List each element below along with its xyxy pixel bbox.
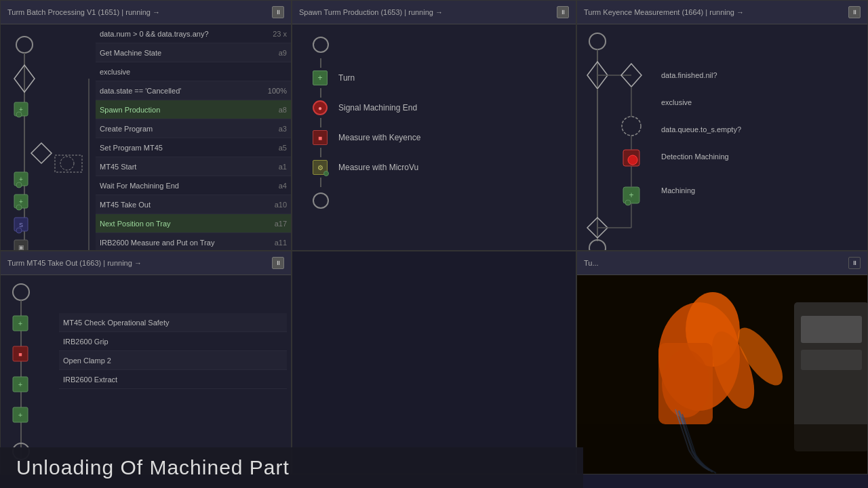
svg-point-52 xyxy=(589,240,606,251)
bottom-title: Unloading Of Machined Part xyxy=(16,456,290,479)
empty-panel xyxy=(292,251,576,474)
condition-row: data.num > 0 && data.trays.any? 23 x xyxy=(96,24,291,43)
spawn-header: Spawn Turm Production (1653) | running →… xyxy=(292,1,576,24)
keyence-condition3: data.queue.to_s.empty? xyxy=(661,125,865,134)
svg-point-11 xyxy=(16,112,22,117)
spawn-flow-content: + Turn ● Signal Machining End ■ Measure … xyxy=(292,24,576,251)
keyence-step1: Detection Machining xyxy=(661,152,865,161)
step-row: IRB2600 Grip xyxy=(59,332,287,351)
step-row: MT45 Check Operational Safety xyxy=(59,313,287,332)
keyence-content: + data.finished.nil? exclusive xyxy=(577,24,867,251)
next-position-tray-row: Next Position on Tray a17 xyxy=(96,214,291,233)
robot-title: Tu... xyxy=(584,259,599,267)
batch-processing-panel: Turm Batch Processing V1 (1651) | runnin… xyxy=(0,0,292,251)
turn-label: Turn xyxy=(338,73,355,83)
svg-rect-6 xyxy=(55,155,82,172)
svg-text:■: ■ xyxy=(18,351,22,358)
spawn-pause-button[interactable]: ⏸ xyxy=(557,6,569,18)
step-row: IRB2600 Extract xyxy=(59,370,287,389)
svg-text:+: + xyxy=(19,176,23,183)
step-row: Get Machine State a9 xyxy=(96,43,291,62)
svg-rect-75 xyxy=(801,350,862,370)
mt45-panel: Turm MT45 Take Out (1663) | running → ⏸ … xyxy=(0,251,292,474)
mt45-title: Turm MT45 Take Out (1663) | running → xyxy=(7,259,142,267)
step-row: data.state == 'Cancelled' 100% xyxy=(96,81,291,100)
svg-text:S: S xyxy=(19,222,23,228)
bottom-bar: Unloading Of Machined Part xyxy=(0,447,583,488)
keyence-steps: data.finished.nil? exclusive data.queue.… xyxy=(658,24,867,251)
step-row: MT45 Take Out a10 xyxy=(96,195,291,214)
batch-processing-header: Turm Batch Processing V1 (1651) | runnin… xyxy=(1,1,291,24)
batch-title: Turm Batch Processing V1 (1651) | runnin… xyxy=(7,8,160,16)
robot-header: Tu... ⏸ xyxy=(577,251,867,275)
batch-pause-button[interactable]: ⏸ xyxy=(272,6,284,18)
svg-text:+: + xyxy=(629,190,633,200)
spawn-turm-panel: Spawn Turm Production (1653) | running →… xyxy=(292,0,576,251)
end-circle xyxy=(313,192,329,209)
keyence-node: ■ xyxy=(313,130,328,145)
robot-arm-svg xyxy=(577,275,867,474)
step-row: Set Program MT45 a5 xyxy=(96,138,291,157)
spawn-title: Spawn Turm Production (1653) | running → xyxy=(299,8,443,16)
svg-point-18 xyxy=(16,205,22,210)
keyence-step2: Machining xyxy=(661,186,865,195)
svg-text:+: + xyxy=(18,380,22,388)
spawn-production-row: Spawn Production a8 xyxy=(96,100,291,119)
svg-rect-74 xyxy=(801,316,862,343)
mt45-header: Turm MT45 Take Out (1663) | running → ⏸ xyxy=(1,251,291,275)
start-circle xyxy=(313,37,329,53)
batch-flow-diagram: + + + S xyxy=(1,24,96,251)
step-row: Wait For Machining End a4 xyxy=(96,176,291,195)
mt45-pause-button[interactable]: ⏸ xyxy=(272,257,284,269)
robot-image xyxy=(577,275,867,474)
svg-rect-70 xyxy=(658,343,713,424)
mt45-content: + ■ + + MT45 Check Operational Safety xyxy=(1,275,291,474)
svg-point-0 xyxy=(16,37,33,53)
robot-panel: Tu... ⏸ xyxy=(576,251,868,474)
keyence-condition2: exclusive xyxy=(661,98,865,106)
microvu-node: ⚙ xyxy=(313,160,328,175)
signal-machining-label: Signal Machining End xyxy=(338,103,417,113)
condition-count: 23 x xyxy=(267,30,287,38)
signal-machining-node: ● xyxy=(313,100,328,115)
svg-point-55 xyxy=(13,284,29,300)
step-row: Open Clamp 2 xyxy=(59,351,287,370)
keyence-title: Turm Keyence Measurement (1664) | runnin… xyxy=(584,8,744,16)
batch-flow-svg: + + + S xyxy=(1,24,96,251)
svg-rect-76 xyxy=(577,424,867,474)
svg-point-42 xyxy=(622,117,641,136)
turn-node: + xyxy=(313,70,328,85)
batch-step-list: data.num > 0 && data.trays.any? 23 x Get… xyxy=(96,24,291,251)
svg-text:▣: ▣ xyxy=(18,244,24,251)
svg-text:+: + xyxy=(18,411,22,419)
keyence-header: Turm Keyence Measurement (1664) | runnin… xyxy=(577,1,867,24)
robot-pause-button[interactable]: ⏸ xyxy=(848,257,861,269)
svg-text:+: + xyxy=(19,198,23,205)
mt45-step-list: MT45 Check Operational Safety IRB2600 Gr… xyxy=(55,275,291,474)
svg-point-36 xyxy=(589,33,606,49)
svg-point-12 xyxy=(60,157,74,170)
svg-point-15 xyxy=(16,182,22,188)
microvu-label: Measure with MicroVu xyxy=(338,163,418,172)
step-row: MT45 Start a1 xyxy=(96,157,291,176)
svg-point-21 xyxy=(16,228,22,233)
mt45-svg: + ■ + + xyxy=(1,275,55,465)
step-row: IRB2600 Measure and Put on Tray a11 xyxy=(96,233,291,251)
svg-point-45 xyxy=(628,155,637,165)
keyence-panel: Turm Keyence Measurement (1664) | runnin… xyxy=(576,0,868,251)
svg-text:+: + xyxy=(18,319,22,327)
step-row: exclusive xyxy=(96,62,291,81)
keyence-pause-button[interactable]: ⏸ xyxy=(848,6,861,18)
svg-point-49 xyxy=(625,200,631,205)
condition-text: data.num > 0 && data.trays.any? xyxy=(100,30,267,38)
step-row: Create Program a3 xyxy=(96,119,291,138)
keyence-svg: + xyxy=(577,24,658,251)
keyence-label: Measure with Keyence xyxy=(338,133,420,142)
svg-marker-5 xyxy=(31,143,52,163)
keyence-condition1: data.finished.nil? xyxy=(661,71,865,79)
